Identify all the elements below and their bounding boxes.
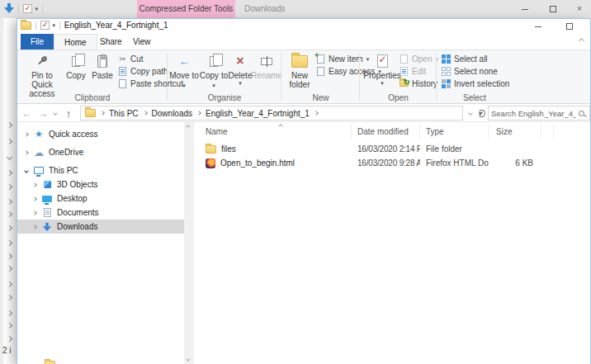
search-icon[interactable] <box>579 111 584 116</box>
sidebar-item-3d-objects[interactable]: 3D Objects <box>17 177 184 191</box>
tree-chevron-icon[interactable] <box>7 122 12 128</box>
tree-chevron-icon[interactable] <box>7 184 12 190</box>
maximize-button[interactable] <box>560 19 579 34</box>
tree-chevron-icon[interactable] <box>7 253 12 259</box>
delete-button[interactable]: × Delete ▾ <box>227 53 253 86</box>
open-button[interactable]: Open ▾ <box>400 54 438 64</box>
maximize-button[interactable] <box>544 0 562 18</box>
breadcrumb-this-pc[interactable]: This PC <box>109 109 139 118</box>
invert-selection-label: Invert selection <box>454 79 509 88</box>
file-row-open-to-begin[interactable]: Open_to_begin.html 16/03/2020 9:28 AM Fi… <box>195 156 590 170</box>
chevron-right-icon[interactable] <box>32 182 37 187</box>
screenshot-root: { "bg_window": { "contextual_tab_label":… <box>0 0 591 364</box>
ribbon-group-new: New folder New item ▾ Easy access ▾ New <box>281 50 360 103</box>
minimize-ribbon-icon[interactable] <box>579 38 584 44</box>
pin-to-quick-access-button[interactable]: Pin to Quick access <box>22 53 62 98</box>
address-dropdown-button[interactable] <box>466 104 475 122</box>
divider: | <box>17 4 20 13</box>
properties-button[interactable]: ✓ Properties ▾ <box>365 53 400 86</box>
breadcrumb-chevron-icon[interactable] <box>143 111 148 116</box>
sidebar-item-onedrive[interactable]: ☁ OneDrive <box>17 145 184 159</box>
sidebar-item-label: 3D Objects <box>57 180 97 189</box>
rename-button[interactable]: Rename <box>252 53 281 80</box>
qat-check-icon[interactable]: ✓ <box>40 21 50 30</box>
column-header-size[interactable]: Size <box>489 124 541 139</box>
minimize-button[interactable] <box>529 19 547 34</box>
back-button[interactable]: ← <box>19 104 34 122</box>
tree-chevron-icon[interactable] <box>7 240 12 246</box>
refresh-button[interactable] <box>475 104 487 122</box>
invert-selection-button[interactable]: Invert selection <box>442 79 509 88</box>
recent-locations-button[interactable] <box>50 104 60 122</box>
breadcrumb-current-folder[interactable]: English_Year_4_Fortnight_1 <box>206 109 310 118</box>
tree-chevron-icon[interactable] <box>7 211 12 217</box>
column-header-date-modified[interactable]: Date modified <box>352 124 420 139</box>
minimize-button[interactable] <box>516 0 534 18</box>
qat-check-icon[interactable]: ✓ <box>23 4 32 13</box>
tree-chevron-icon[interactable] <box>7 266 12 272</box>
breadcrumb-downloads[interactable]: Downloads <box>152 109 192 118</box>
sidebar-scrollbar[interactable] <box>184 122 194 364</box>
tab-file[interactable]: File <box>21 34 54 50</box>
cut-button[interactable]: ✂ Cut <box>118 54 144 64</box>
qat-dropdown-icon[interactable]: ▾ <box>35 6 39 12</box>
tree-chevron-icon[interactable] <box>7 154 12 160</box>
contextual-tab-compressed-folder-tools[interactable]: Compressed Folder Tools <box>137 0 235 18</box>
sidebar-item-downloads[interactable]: Downloads <box>17 220 184 234</box>
chevron-right-icon[interactable] <box>24 150 29 155</box>
tree-chevron-icon[interactable] <box>7 139 12 144</box>
explorer-window: | ✓ ▾ | English_Year_4_Fortnight_1 × Fil… <box>17 18 591 364</box>
breadcrumb-chevron-icon[interactable] <box>196 111 201 116</box>
history-button[interactable]: ↻ History <box>400 79 437 88</box>
select-all-button[interactable]: Select all <box>442 54 488 64</box>
up-button[interactable]: ↑ <box>61 104 76 122</box>
paste-button[interactable]: Paste <box>90 53 115 80</box>
search-input[interactable] <box>489 109 579 118</box>
move-to-button[interactable]: ← Move to ▾ <box>169 53 199 89</box>
chevron-down-icon[interactable] <box>24 168 29 173</box>
chevron-right-icon[interactable] <box>32 225 37 229</box>
divider: | <box>35 21 37 30</box>
scroll-up-icon[interactable] <box>186 125 191 130</box>
close-button[interactable]: × <box>570 0 589 18</box>
edit-button[interactable]: Edit <box>400 67 426 76</box>
chevron-right-icon[interactable] <box>24 132 29 137</box>
close-button[interactable]: × <box>584 19 591 34</box>
paste-shortcut-icon <box>119 79 126 88</box>
tree-chevron-icon[interactable] <box>7 225 12 231</box>
copy-button[interactable]: Copy <box>64 53 88 80</box>
dropdown-icon: ▾ <box>182 83 186 88</box>
select-all-icon <box>442 54 451 64</box>
forward-button[interactable]: → <box>35 104 50 122</box>
sidebar-item-this-pc[interactable]: This PC <box>17 163 184 177</box>
tree-chevron-icon[interactable] <box>7 199 12 205</box>
tree-chevron-icon[interactable] <box>7 170 12 176</box>
copy-path-button[interactable]: Copy path <box>118 67 168 76</box>
select-none-button[interactable]: Select none <box>442 67 498 76</box>
sidebar-item-documents[interactable]: Documents <box>17 206 184 220</box>
properties-icon: ✓ <box>377 54 388 68</box>
sidebar-item-desktop[interactable]: Desktop <box>17 191 184 206</box>
breadcrumb-chevron-icon[interactable] <box>100 111 105 116</box>
column-header-name[interactable]: Name <box>195 124 352 139</box>
ribbon-group-select: Select all Select none Invert selection … <box>437 50 513 103</box>
sidebar-item-quick-access[interactable]: ★ Quick access <box>17 127 184 141</box>
chevron-right-icon[interactable] <box>32 196 37 201</box>
copy-to-button[interactable]: Copy to ▾ <box>199 53 229 89</box>
tree-chevron-icon[interactable] <box>7 336 12 342</box>
qat-dropdown-icon[interactable]: ▾ <box>53 22 56 28</box>
address-bar[interactable]: This PC Downloads English_Year_4_Fortnig… <box>80 106 463 121</box>
tab-view[interactable]: View <box>123 34 161 50</box>
tree-chevron-icon[interactable] <box>7 310 12 316</box>
clipboard-group-label: Clipboard <box>17 93 168 102</box>
column-header-type[interactable]: Type <box>420 124 489 139</box>
tab-home[interactable]: Home <box>54 34 97 50</box>
tree-chevron-icon[interactable] <box>7 323 12 329</box>
chevron-right-icon[interactable] <box>32 210 37 215</box>
scroll-down-icon[interactable] <box>186 357 191 362</box>
new-folder-button[interactable]: New folder <box>285 53 314 89</box>
breadcrumb-chevron-icon[interactable] <box>314 111 319 116</box>
file-row-files[interactable]: files 16/03/2020 2:14 PM File folder <box>195 142 590 156</box>
tree-chevron-icon[interactable] <box>7 281 12 287</box>
tree-chevron-icon[interactable] <box>7 295 12 300</box>
